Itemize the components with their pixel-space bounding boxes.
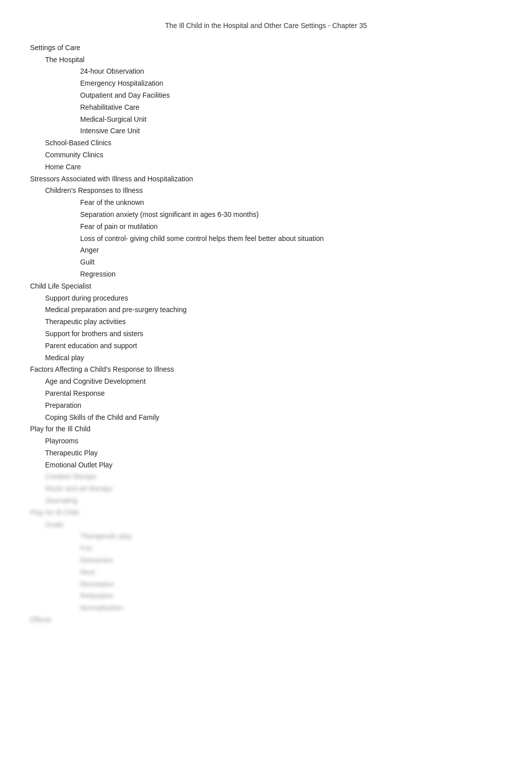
outline-item-emotional-outlet: Emotional Outlet Play (45, 459, 502, 471)
outline-item-icu: Intensive Care Unit (80, 125, 502, 137)
outline-item-separation: Separation anxiety (most significant in … (80, 209, 502, 221)
document-outline: The Ill Child in the Hospital and Other … (30, 20, 502, 626)
page-title: The Ill Child in the Hospital and Other … (30, 20, 502, 32)
outline-item-age-cognitive: Age and Cognitive Development (45, 376, 502, 388)
outline-item-medical-surgical: Medical-Surgical Unit (80, 114, 502, 126)
outline-item-emergency: Emergency Hospitalization (80, 78, 502, 90)
outline-item-settings-of-care: Settings of Care (30, 42, 502, 54)
outline-item-community: Community Clinics (45, 149, 502, 161)
blurred-end: Effects (30, 614, 502, 626)
outline-item-child-life: Child Life Specialist (30, 281, 502, 293)
outline-item-coping-skills: Coping Skills of the Child and Family (45, 412, 502, 424)
outline-item-stressors: Stressors Associated with Illness and Ho… (30, 173, 502, 185)
outline-item-medical-play: Medical play (45, 352, 502, 364)
outline-item-childrens-responses: Children's Responses to Illness (45, 185, 502, 197)
outline-item-therapeutic-activities: Therapeutic play activities (45, 316, 502, 328)
outline-item-therapeutic-play: Therapeutic Play (45, 447, 502, 459)
outline-item-24hr: 24-hour Observation (80, 66, 502, 78)
outline-item-support-procedures: Support during procedures (45, 293, 502, 305)
blurred-section: Creative therapy Music and art therapy J… (30, 471, 502, 614)
outline-item-school-based: School-Based Clinics (45, 137, 502, 149)
outline-item-guilt: Guilt (80, 256, 502, 269)
outline-item-anger: Anger (80, 244, 502, 256)
outline-item-rehab: Rehabilitative Care (80, 102, 502, 114)
outline-item-loss-control: Loss of control- giving child some contr… (80, 233, 502, 245)
outline-item-fear-pain: Fear of pain or mutilation (80, 221, 502, 233)
outline-item-the-hospital: The Hospital (45, 54, 502, 66)
outline-item-medical-prep: Medical preparation and pre-surgery teac… (45, 304, 502, 316)
outline-item-home-care: Home Care (45, 161, 502, 173)
outline-item-play-ill-child: Play for the Ill Child (30, 423, 502, 435)
outline-item-playrooms: Playrooms (45, 435, 502, 447)
outline-item-brothers-sisters: Support for brothers and sisters (45, 328, 502, 340)
outline-item-fear-unknown: Fear of the unknown (80, 197, 502, 209)
outline-item-factors: Factors Affecting a Child's Response to … (30, 364, 502, 376)
outline-item-outpatient: Outpatient and Day Facilities (80, 90, 502, 102)
outline-item-parental-response: Parental Response (45, 388, 502, 400)
outline-item-regression: Regression (80, 269, 502, 281)
outline-item-parent-education: Parent education and support (45, 340, 502, 352)
outline-item-preparation: Preparation (45, 400, 502, 412)
